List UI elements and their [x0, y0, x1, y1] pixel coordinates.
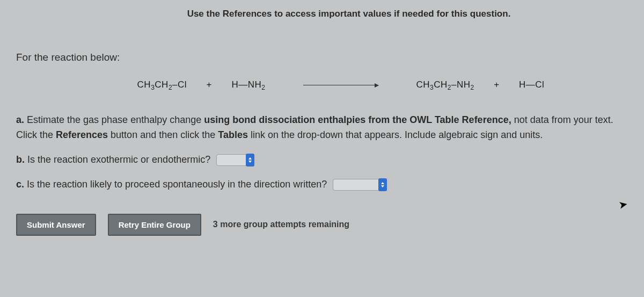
- product-2: H—Cl: [519, 79, 544, 90]
- reference-instruction: Use the References to access important v…: [70, 9, 628, 19]
- reaction-equation: CH3CH2–Cl + H—NH2 CH3CH2–NH2 + H—Cl: [16, 79, 628, 91]
- part-a-bold-1: using bond dissociation enthalpies from …: [204, 114, 511, 125]
- part-a-text-4: link on the drop-down that appears. Incl…: [248, 129, 543, 140]
- part-b: b. Is the reaction exothermic or endothe…: [16, 153, 628, 168]
- reactant-2: H—NH2: [232, 79, 266, 90]
- part-a: a. Estimate the gas phase enthalpy chang…: [16, 113, 628, 143]
- attempts-remaining: 3 more group attempts remaining: [213, 220, 349, 229]
- plus-sign: +: [494, 79, 499, 90]
- product-1: CH3CH2–NH2: [416, 79, 474, 90]
- stepper-icon[interactable]: [246, 154, 254, 166]
- intro-text: For the reaction below:: [16, 52, 628, 63]
- part-c-label: c.: [16, 179, 24, 190]
- plus-sign: +: [207, 79, 212, 90]
- stepper-icon[interactable]: [378, 178, 387, 191]
- reaction-arrow: [303, 85, 378, 85]
- part-b-text: Is the reaction exothermic or endothermi…: [25, 154, 210, 165]
- retry-group-button[interactable]: Retry Entire Group: [108, 214, 201, 236]
- part-c-select[interactable]: [333, 179, 386, 191]
- part-a-text-3: button and then click the: [108, 129, 218, 140]
- part-a-text-1: Estimate the gas phase enthalpy change: [24, 114, 204, 125]
- question-container: Use the References to access important v…: [0, 0, 644, 236]
- part-a-bold-2: References: [56, 129, 108, 140]
- part-a-bold-3: Tables: [218, 129, 248, 140]
- submit-answer-button[interactable]: Submit Answer: [16, 214, 96, 236]
- part-c-text: Is the reaction likely to proceed sponta…: [24, 179, 327, 190]
- part-b-label: b.: [16, 154, 25, 165]
- part-a-label: a.: [16, 114, 24, 125]
- part-b-select[interactable]: [216, 154, 254, 166]
- action-row: Submit Answer Retry Entire Group 3 more …: [16, 214, 628, 236]
- reactant-1: CH3CH2–Cl: [137, 79, 187, 90]
- part-c: c. Is the reaction likely to proceed spo…: [16, 177, 628, 192]
